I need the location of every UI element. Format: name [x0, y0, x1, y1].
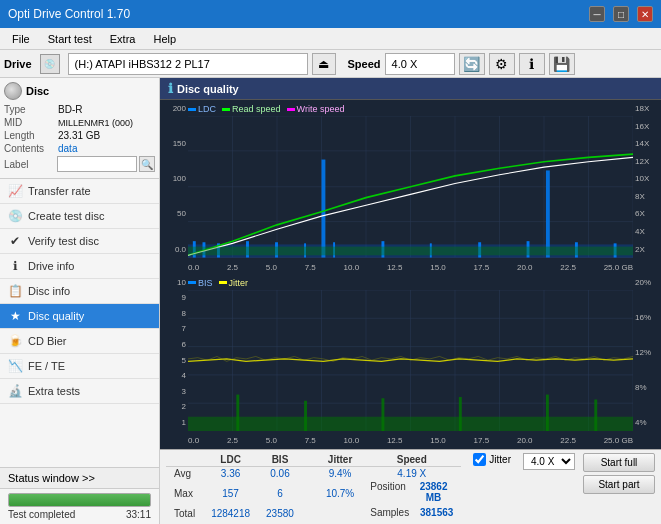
svg-rect-29: [322, 160, 326, 258]
sidebar-item-cd-bier[interactable]: 🍺 CD Bier: [0, 329, 159, 354]
main-layout: Disc Type BD-R MID MILLENMR1 (000) Lengt…: [0, 78, 661, 524]
drive-icon: 💿: [40, 54, 60, 74]
drive-label: Drive: [4, 58, 32, 70]
disc-info-icon: 📋: [8, 284, 22, 298]
disc-icon: [4, 82, 22, 100]
speed-value: 4.0 X: [392, 58, 418, 70]
length-label: Length: [4, 130, 58, 141]
chart2-wrapper: BIS Jitter 10 9 8 7 6 5 4 3: [162, 276, 659, 448]
menu-extra[interactable]: Extra: [102, 31, 144, 47]
nav-items: 📈 Transfer rate 💿 Create test disc ✔ Ver…: [0, 179, 159, 467]
position-row: Position 23862 MB: [370, 481, 453, 503]
header-ldc: LDC: [203, 453, 258, 467]
speed-selector[interactable]: 4.0 X: [385, 53, 455, 75]
sidebar-item-label: CD Bier: [28, 335, 67, 347]
chart1-y-axis-left: 200 150 100 50 0.0: [162, 102, 188, 256]
sidebar-item-extra-tests[interactable]: 🔬 Extra tests: [0, 379, 159, 404]
svg-rect-30: [546, 170, 550, 257]
sidebar-item-disc-quality[interactable]: ★ Disc quality: [0, 304, 159, 329]
chart1-y-axis-right: 18X 16X 14X 12X 10X 8X 6X 4X 2X: [633, 102, 659, 256]
chart2-svg: [188, 290, 633, 432]
info-button[interactable]: ℹ: [519, 53, 545, 75]
chart1-svg: [188, 116, 633, 258]
mid-value: MILLENMR1 (000): [58, 118, 133, 128]
length-value: 23.31 GB: [58, 130, 100, 141]
menu-bar: File Start test Extra Help: [0, 28, 661, 50]
sidebar-item-verify-test-disc[interactable]: ✔ Verify test disc: [0, 229, 159, 254]
avg-ldc: 3.36: [203, 467, 258, 481]
sidebar-item-label: Verify test disc: [28, 235, 99, 247]
drive-selector[interactable]: (H:) ATAPI iHBS312 2 PL17: [68, 53, 308, 75]
progress-bar: [8, 493, 151, 507]
refresh-button[interactable]: 🔄: [459, 53, 485, 75]
legend-read-speed: Read speed: [232, 104, 281, 114]
sidebar-item-label: Create test disc: [28, 210, 104, 222]
svg-rect-48: [188, 416, 633, 431]
sidebar-item-label: Disc info: [28, 285, 70, 297]
settings-button[interactable]: ⚙: [489, 53, 515, 75]
max-ldc: 157: [203, 480, 258, 506]
speed-select-stats[interactable]: 4.0 X 2.0 X 1.0 X: [523, 453, 575, 470]
chart2-x-axis: 0.0 2.5 5.0 7.5 10.0 12.5 15.0 17.5 20.0…: [188, 436, 633, 445]
progress-fill: [9, 494, 150, 506]
create-test-disc-icon: 💿: [8, 209, 22, 223]
start-full-button[interactable]: Start full: [583, 453, 655, 472]
total-ldc: 1284218: [203, 506, 258, 521]
jitter-checkbox[interactable]: [473, 453, 486, 466]
menu-file[interactable]: File: [4, 31, 38, 47]
save-button[interactable]: 💾: [549, 53, 575, 75]
sidebar-item-label: Disc quality: [28, 310, 84, 322]
legend-ldc: LDC: [198, 104, 216, 114]
pos-value: 23862 MB: [414, 481, 454, 503]
eject-button[interactable]: ⏏: [312, 53, 336, 75]
svg-rect-53: [546, 394, 549, 431]
sidebar-item-disc-info[interactable]: 📋 Disc info: [0, 279, 159, 304]
minimize-button[interactable]: ─: [589, 6, 605, 22]
chart2-y-axis-right: 20% 16% 12% 8% 4%: [633, 276, 659, 430]
sidebar-item-drive-info[interactable]: ℹ Drive info: [0, 254, 159, 279]
svg-rect-51: [381, 398, 384, 431]
disc-quality-header: ℹ Disc quality: [160, 78, 661, 100]
start-buttons: Start full Start part: [583, 453, 655, 494]
chart1-x-axis: 0.0 2.5 5.0 7.5 10.0 12.5 15.0 17.5 20.0…: [188, 263, 633, 272]
content-area: ℹ Disc quality LDC Read speed: [160, 78, 661, 524]
drive-info-icon: ℹ: [8, 259, 22, 273]
disc-panel-title: Disc: [26, 85, 49, 97]
samples-row: Samples 381563: [370, 507, 453, 518]
menu-start-test[interactable]: Start test: [40, 31, 100, 47]
start-part-button[interactable]: Start part: [583, 475, 655, 494]
max-jitter: 10.7%: [318, 480, 362, 506]
label-input[interactable]: [57, 156, 137, 172]
status-bar: Status window >> Test completed 33:11: [0, 467, 159, 524]
menu-help[interactable]: Help: [145, 31, 184, 47]
sidebar-item-transfer-rate[interactable]: 📈 Transfer rate: [0, 179, 159, 204]
status-window-label: Status window >>: [8, 472, 95, 484]
sidebar-item-fe-te[interactable]: 📉 FE / TE: [0, 354, 159, 379]
sidebar-item-label: Transfer rate: [28, 185, 91, 197]
disc-quality-title: Disc quality: [177, 83, 239, 95]
type-label: Type: [4, 104, 58, 115]
svg-rect-52: [459, 397, 462, 431]
avg-bis: 0.06: [258, 467, 302, 481]
sidebar: Disc Type BD-R MID MILLENMR1 (000) Lengt…: [0, 78, 160, 524]
status-window-button[interactable]: Status window >>: [0, 468, 159, 489]
close-button[interactable]: ✕: [637, 6, 653, 22]
header-bis: BIS: [258, 453, 302, 467]
sidebar-item-label: Extra tests: [28, 385, 80, 397]
chart2-legend: BIS Jitter: [188, 278, 248, 288]
total-bis: 23580: [258, 506, 302, 521]
stats-table: LDC BIS Jitter Speed Avg 3.36 0.06 9.4%: [166, 453, 461, 521]
disc-panel: Disc Type BD-R MID MILLENMR1 (000) Lengt…: [0, 78, 159, 179]
maximize-button[interactable]: □: [613, 6, 629, 22]
disc-quality-header-icon: ℹ: [168, 81, 173, 96]
contents-label: Contents: [4, 143, 58, 154]
app-title: Opti Drive Control 1.70: [8, 7, 130, 21]
verify-test-disc-icon: ✔: [8, 234, 22, 248]
stats-area: LDC BIS Jitter Speed Avg 3.36 0.06 9.4%: [160, 449, 661, 524]
legend-bis: BIS: [198, 278, 213, 288]
sidebar-item-create-test-disc[interactable]: 💿 Create test disc: [0, 204, 159, 229]
header-jitter-label: Jitter: [318, 453, 362, 467]
max-label: Max: [166, 480, 203, 506]
pos-label: Position: [370, 481, 406, 503]
label-button[interactable]: 🔍: [139, 156, 155, 172]
